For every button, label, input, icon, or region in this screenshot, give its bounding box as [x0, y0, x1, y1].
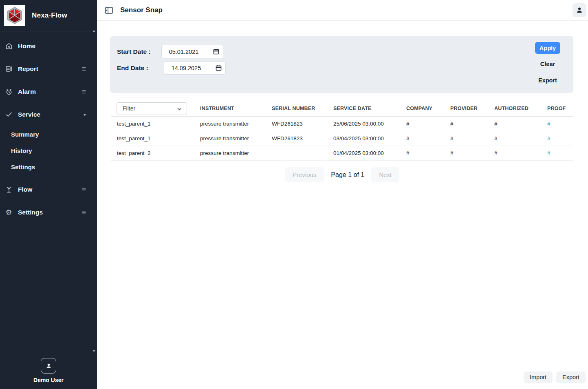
- top-header: Sensor Snap: [97, 0, 588, 21]
- sidebar-item-flow[interactable]: Flow ≡: [0, 178, 97, 201]
- cell-authorized: #: [488, 121, 541, 127]
- cell-company: #: [400, 135, 444, 141]
- check-icon: [5, 111, 13, 119]
- cell-service-date: 03/04/2025 03:00:00: [327, 135, 400, 141]
- page-title: Sensor Snap: [120, 6, 163, 14]
- sidebar: Nexa-Flow ▴ Home: [0, 0, 97, 389]
- sidebar-item-service[interactable]: Service ▾: [0, 103, 97, 126]
- sidebar-nav: Home Report ≡: [0, 35, 97, 224]
- filter-panel: Start Date : End Date :: [110, 36, 573, 93]
- cell-company: #: [400, 121, 444, 127]
- user-name: Demo User: [0, 377, 97, 386]
- sidebar-item-label: Alarm: [18, 88, 36, 95]
- end-date-field-wrap: [164, 61, 226, 75]
- brand-name: Nexa-Flow: [32, 11, 67, 20]
- flow-menu-icon[interactable]: ≡: [81, 186, 86, 193]
- table-row: test_parent_1 pressure transmitter WFD26…: [111, 117, 573, 131]
- table-row: test_parent_1 pressure transmitter WFD26…: [111, 131, 573, 146]
- sidebar-scroll-down-icon[interactable]: ▾: [93, 349, 95, 353]
- sidebar-item-summary[interactable]: Summary: [0, 126, 97, 142]
- sidebar-collapse-icon[interactable]: [104, 6, 113, 15]
- sidebar-item-report[interactable]: Report ≡: [0, 57, 97, 80]
- import-button[interactable]: Import: [524, 371, 553, 383]
- cell-instrument: pressure transmitter: [194, 121, 266, 127]
- cell-serial: WFD261823: [266, 121, 327, 127]
- sidebar-item-service-settings[interactable]: Settings: [0, 159, 97, 175]
- cell-authorized: #: [488, 150, 541, 156]
- sidebar-item-alarm[interactable]: Alarm ≡: [0, 80, 97, 103]
- calendar-icon[interactable]: [216, 65, 222, 71]
- person-icon: [45, 362, 52, 369]
- sidebar-user: Demo User: [0, 358, 97, 386]
- user-avatar-button[interactable]: [41, 358, 56, 374]
- app-root: Nexa-Flow ▴ Home: [0, 0, 588, 389]
- clear-button[interactable]: Clear: [531, 61, 564, 67]
- proof-link[interactable]: #: [547, 150, 551, 156]
- header-user-button[interactable]: [573, 3, 586, 17]
- home-icon: [5, 42, 13, 50]
- proof-link[interactable]: #: [547, 135, 551, 141]
- cell-instrument: pressure transmitter: [194, 135, 266, 141]
- cell-provider: #: [444, 150, 488, 156]
- page-status: Page 1 of 1: [331, 171, 364, 179]
- start-date-field-wrap: [161, 45, 223, 58]
- bottom-actions: Import Export: [524, 371, 586, 383]
- cell-service-date: 25/06/2025 03:00:00: [327, 121, 400, 127]
- cell-company: #: [400, 150, 444, 156]
- next-page-button[interactable]: Next: [371, 167, 399, 182]
- cell-serial: WFD261823: [266, 135, 327, 141]
- flow-icon: [5, 186, 13, 194]
- export-button[interactable]: Export: [556, 371, 586, 383]
- red-cube-logo: [5, 6, 24, 25]
- filter-select-value: Filter: [117, 105, 135, 112]
- sidebar-item-label: Service: [18, 111, 40, 118]
- sidebar-scroll-up-icon[interactable]: ▴: [93, 29, 95, 33]
- alarm-menu-icon[interactable]: ≡: [81, 88, 86, 95]
- column-header-instrument: INSTRUMENT: [194, 106, 266, 111]
- cell-name: test_parent_1: [111, 135, 194, 141]
- column-header-serial-number: SERIAL NUMBER: [266, 106, 327, 111]
- sidebar-item-home[interactable]: Home: [0, 35, 97, 57]
- column-header-proof: PROOF: [541, 106, 573, 111]
- settings-menu-icon[interactable]: ≡: [81, 209, 86, 216]
- apply-button[interactable]: Apply: [535, 42, 560, 54]
- cell-instrument: pressure transmitter: [194, 150, 266, 156]
- cell-proof: #: [541, 135, 573, 141]
- end-date-label: End Date :: [117, 64, 148, 72]
- pagination: Previous Page 1 of 1 Next: [111, 167, 573, 182]
- sidebar-item-label: Settings: [18, 209, 43, 216]
- cell-provider: #: [444, 135, 488, 141]
- calendar-icon[interactable]: [213, 49, 219, 55]
- cell-proof: #: [541, 150, 573, 156]
- table-row: test_parent_2 pressure transmitter 01/04…: [111, 146, 573, 161]
- table-header-row: Filter INSTRUMENT SERIAL NUMBER SERVICE …: [111, 101, 573, 117]
- sidebar-item-history[interactable]: History: [0, 142, 97, 159]
- cell-proof: #: [541, 121, 573, 127]
- previous-page-button[interactable]: Previous: [285, 167, 324, 182]
- sidebar-item-label: Report: [18, 65, 38, 73]
- cell-name: test_parent_1: [111, 121, 194, 127]
- cell-provider: #: [444, 121, 488, 127]
- person-icon: [576, 7, 583, 14]
- sidebar-item-label: Home: [18, 42, 35, 50]
- cell-service-date: 01/04/2025 03:00:00: [327, 150, 400, 156]
- proof-link[interactable]: #: [547, 121, 551, 127]
- table-filter-select[interactable]: Filter: [117, 102, 187, 115]
- sidebar-item-label: Flow: [18, 186, 32, 193]
- brand-logo: [4, 5, 25, 26]
- alarm-icon: [5, 88, 13, 96]
- column-header-authorized: AUTHORIZED: [488, 106, 541, 111]
- brand: Nexa-Flow: [0, 0, 97, 31]
- column-header-service-date: SERVICE DATE: [327, 106, 400, 111]
- chevron-down-icon: ▾: [84, 112, 86, 117]
- column-header-provider: PROVIDER: [444, 106, 488, 111]
- report-icon: [5, 65, 13, 73]
- gear-icon: ⚙: [5, 209, 13, 217]
- chevron-down-icon: [177, 106, 182, 112]
- report-menu-icon[interactable]: ≡: [81, 65, 86, 73]
- service-table: Filter INSTRUMENT SERIAL NUMBER SERVICE …: [111, 101, 573, 161]
- cell-name: test_parent_2: [111, 150, 194, 156]
- sidebar-item-settings[interactable]: ⚙ Settings ≡: [0, 201, 97, 224]
- export-filter-button[interactable]: Export: [531, 77, 564, 84]
- service-submenu: Summary History Settings: [0, 126, 97, 175]
